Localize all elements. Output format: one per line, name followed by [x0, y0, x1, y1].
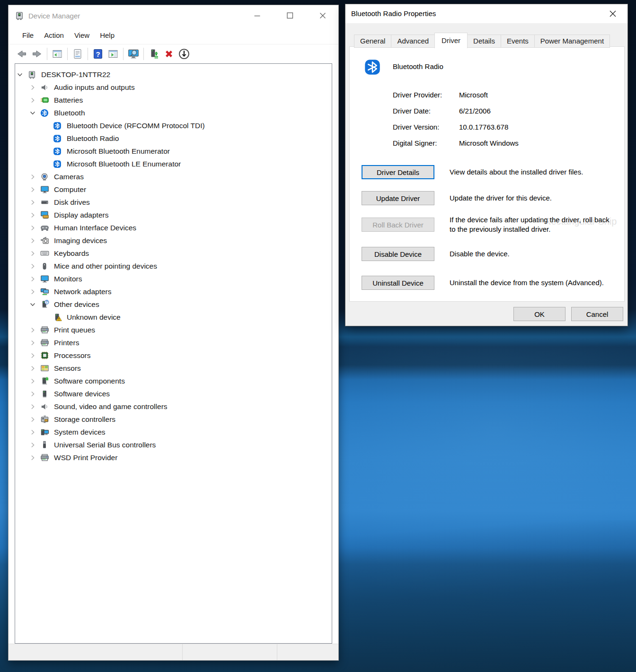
tree-item-print-queues[interactable]: Print queues: [15, 323, 332, 336]
tree-item-network-adapters[interactable]: Network adapters: [15, 285, 332, 298]
chevron-collapsed-icon[interactable]: [29, 186, 36, 193]
help-button[interactable]: ?: [90, 47, 106, 61]
tree-item-label: Sound, video and game controllers: [54, 402, 168, 411]
chevron-collapsed-icon[interactable]: [29, 96, 36, 104]
chevron-collapsed-icon[interactable]: [29, 428, 36, 436]
chevron-collapsed-icon[interactable]: [29, 339, 36, 347]
tree-item-microsoft-bluetooth-enumerator[interactable]: Microsoft Bluetooth Enumerator: [15, 145, 332, 157]
action-row: Update DriverUpdate the driver for this …: [350, 191, 624, 205]
tree-item-wsd-print-provider[interactable]: WSD Print Provider: [15, 451, 332, 464]
tree-item-bluetooth-radio[interactable]: Bluetooth Radio: [15, 132, 332, 145]
tree-item-sensors[interactable]: Sensors: [15, 362, 332, 375]
maximize-button[interactable]: [279, 5, 301, 26]
show-action-pane-button[interactable]: [106, 47, 121, 61]
tab-advanced[interactable]: Advanced: [391, 35, 435, 48]
tree-item-desktop-1nttr22[interactable]: DESKTOP-1NTTR22: [15, 68, 332, 81]
tree-item-label: Computer: [54, 185, 86, 194]
chevron-collapsed-icon[interactable]: [29, 288, 36, 296]
tree-item-other-devices[interactable]: ?Other devices: [15, 298, 332, 311]
tree-item-disk-drives[interactable]: Disk drives: [15, 196, 332, 209]
tree-item-computer[interactable]: Computer: [15, 183, 332, 196]
close-icon: [607, 8, 618, 19]
tree-item-audio-inputs-and-outputs[interactable]: Audio inputs and outputs: [15, 81, 332, 94]
field-label-driver-provider: Driver Provider:: [393, 91, 442, 99]
cancel-button[interactable]: Cancel: [571, 307, 623, 321]
forward-button[interactable]: [29, 47, 44, 61]
close-button[interactable]: [311, 5, 334, 26]
bluetooth-icon: [364, 59, 380, 75]
unknown-device-warning-icon: [53, 313, 62, 322]
tree-item-system-devices[interactable]: System devices: [15, 426, 332, 438]
back-icon: [16, 48, 27, 60]
scan-for-hardware-changes-button[interactable]: [126, 47, 141, 61]
chevron-collapsed-icon[interactable]: [29, 275, 36, 283]
menu-file[interactable]: File: [17, 27, 39, 43]
tree-item-human-interface-devices[interactable]: Human Interface Devices: [15, 221, 332, 234]
tree-item-storage-controllers[interactable]: Storage controllers: [15, 413, 332, 426]
tree-item-printers[interactable]: Printers: [15, 336, 332, 349]
chevron-collapsed-icon[interactable]: [29, 84, 36, 91]
chevron-collapsed-icon[interactable]: [29, 173, 36, 181]
tree-item-microsoft-bluetooth-le-enumerator[interactable]: Microsoft Bluetooth LE Enumerator: [15, 157, 332, 170]
chevron-collapsed-icon[interactable]: [29, 365, 36, 372]
update-driver-button[interactable]: [146, 47, 161, 61]
tree-item-mice-and-other-pointing-devices[interactable]: Mice and other pointing devices: [15, 260, 332, 272]
tree-item-bluetooth[interactable]: Bluetooth: [15, 106, 332, 119]
chevron-collapsed-icon[interactable]: [29, 326, 36, 334]
uninstall-device-button[interactable]: Uninstall Device: [362, 276, 434, 290]
tree-item-bluetooth-device-rfcomm-protocol-tdi[interactable]: Bluetooth Device (RFCOMM Protocol TDI): [15, 119, 332, 132]
chevron-collapsed-icon[interactable]: [29, 352, 36, 359]
menu-help[interactable]: Help: [95, 27, 120, 43]
chevron-collapsed-icon[interactable]: [29, 454, 36, 462]
tab-general[interactable]: General: [354, 35, 391, 48]
tab-driver[interactable]: Driver: [434, 33, 468, 48]
tree-item-universal-serial-bus-controllers[interactable]: Universal Serial Bus controllers: [15, 438, 332, 451]
chevron-collapsed-icon[interactable]: [29, 403, 36, 410]
tree-item-sound-video-and-game-controllers[interactable]: Sound, video and game controllers: [15, 400, 332, 413]
chevron-collapsed-icon[interactable]: [29, 237, 36, 244]
chevron-collapsed-icon[interactable]: [29, 224, 36, 232]
chevron-collapsed-icon[interactable]: [29, 211, 36, 219]
chevron-expanded-icon[interactable]: [16, 71, 24, 79]
tree-item-software-components[interactable]: Software components: [15, 375, 332, 387]
tree-item-batteries[interactable]: Batteries: [15, 94, 332, 106]
tab-events[interactable]: Events: [501, 35, 535, 48]
chevron-collapsed-icon[interactable]: [29, 441, 36, 449]
menu-action[interactable]: Action: [39, 27, 69, 43]
tree-item-label: Human Interface Devices: [54, 224, 136, 232]
tree-item-label: Processors: [54, 351, 91, 360]
tree-item-unknown-device[interactable]: Unknown device: [15, 311, 332, 323]
disable-device-button[interactable]: [177, 47, 192, 61]
chevron-expanded-icon[interactable]: [29, 109, 36, 117]
show-console-tree-button[interactable]: [50, 47, 65, 61]
tree-item-processors[interactable]: Processors: [15, 349, 332, 362]
menu-view[interactable]: View: [69, 27, 95, 43]
tree-item-software-devices[interactable]: Software devices: [15, 387, 332, 400]
tree-item-cameras[interactable]: Cameras: [15, 170, 332, 183]
ok-button[interactable]: OK: [513, 307, 565, 321]
driver-details-button[interactable]: Driver Details: [362, 165, 434, 179]
tab-power-management[interactable]: Power Management: [534, 35, 610, 48]
chevron-placeholder: [42, 135, 49, 142]
tree-item-monitors[interactable]: Monitors: [15, 272, 332, 285]
close-button[interactable]: [602, 4, 624, 23]
chevron-collapsed-icon[interactable]: [29, 199, 36, 206]
tree-item-imaging-devices[interactable]: Imaging devices: [15, 234, 332, 247]
uninstall-device-button[interactable]: [161, 47, 177, 61]
chevron-expanded-icon[interactable]: [29, 301, 36, 308]
chevron-collapsed-icon[interactable]: [29, 390, 36, 398]
gamepad-icon: [40, 224, 50, 232]
chevron-collapsed-icon[interactable]: [29, 416, 36, 423]
properties-button[interactable]: [70, 47, 85, 61]
back-button[interactable]: [14, 47, 29, 61]
tab-details[interactable]: Details: [467, 35, 501, 48]
tree-item-display-adapters[interactable]: Display adapters: [15, 209, 332, 221]
tree-item-keyboards[interactable]: Keyboards: [15, 247, 332, 260]
tree-item-label: Storage controllers: [54, 415, 115, 424]
chevron-collapsed-icon[interactable]: [29, 262, 36, 270]
update-driver-button[interactable]: Update Driver: [362, 191, 434, 205]
chevron-collapsed-icon[interactable]: [29, 377, 36, 385]
disable-device-button[interactable]: Disable Device: [362, 247, 434, 261]
chevron-collapsed-icon[interactable]: [29, 250, 36, 257]
minimize-button[interactable]: [246, 5, 268, 26]
